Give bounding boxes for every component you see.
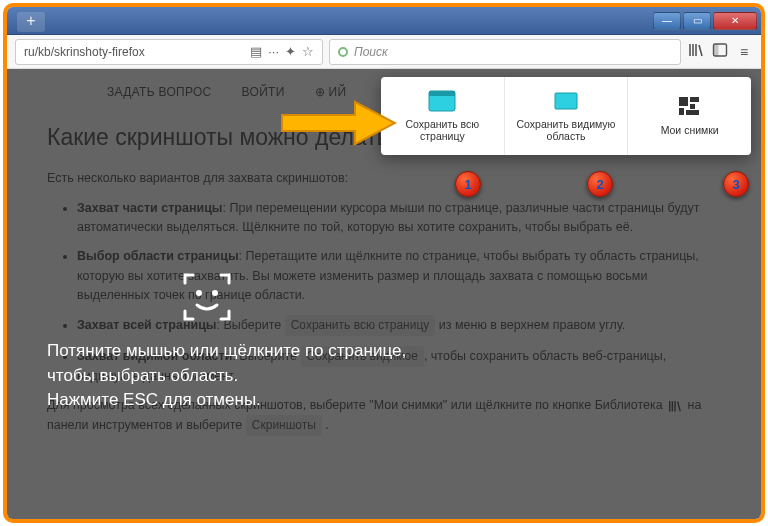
window-titlebar: + — ▭ ✕ [7,7,761,35]
minimize-button[interactable]: — [653,12,681,30]
url-input[interactable]: ru/kb/skrinshoty-firefox ▤ ··· ✦ ☆ [15,39,323,65]
selection-face-icon [177,267,237,327]
pocket-icon[interactable]: ✦ [285,44,296,59]
reader-icon[interactable]: ▤ [250,44,262,59]
full-page-icon [428,90,456,112]
svg-rect-9 [690,104,695,109]
search-placeholder: Поиск [354,45,388,59]
url-toolbar: ru/kb/skrinshoty-firefox ▤ ··· ✦ ☆ Поиск… [7,35,761,69]
save-visible-button[interactable]: Сохранить видимую область [505,77,629,155]
my-shots-icon [676,96,704,118]
annotation-badge-2: 2 [587,171,613,197]
svg-rect-6 [555,93,577,109]
visible-area-icon [552,90,580,112]
svg-point-2 [196,290,202,296]
maximize-button[interactable]: ▭ [683,12,711,30]
svg-rect-8 [690,97,699,102]
menu-icon[interactable]: ≡ [735,44,753,60]
search-input[interactable]: Поиск [329,39,681,65]
svg-rect-1 [714,44,719,56]
close-button[interactable]: ✕ [713,12,757,30]
list-item: Выбор области страницы: Перетащите или щ… [77,247,721,305]
my-shots-button[interactable]: Мои снимки [628,77,751,155]
annotation-badge-3: 3 [723,171,749,197]
svg-rect-7 [679,97,688,106]
svg-rect-10 [679,108,684,115]
library-icon[interactable] [687,42,705,61]
page-actions-icon[interactable]: ··· [268,44,279,59]
svg-rect-11 [686,110,699,115]
screenshot-popover: Сохранить всю страницу Сохранить видимую… [381,77,751,155]
url-text: ru/kb/skrinshoty-firefox [24,45,244,59]
svg-rect-5 [429,91,455,96]
nav-ask-link[interactable]: ЗАДАТЬ ВОПРОС [107,83,212,102]
annotation-arrow-icon [277,97,397,149]
overlay-instructions: Потяните мышью или щёлкните по странице,… [47,339,407,413]
intro-text: Есть несколько вариантов для захвата скр… [47,169,721,188]
annotation-badge-1: 1 [455,171,481,197]
svg-point-3 [212,290,218,296]
new-tab-button[interactable]: + [17,12,45,32]
bookmark-star-icon[interactable]: ☆ [302,44,314,59]
save-full-page-button[interactable]: Сохранить всю страницу [381,77,505,155]
sidebar-icon[interactable] [711,42,729,61]
list-item: Захват части страницы: При перемещении к… [77,199,721,238]
search-lens-icon [338,47,348,57]
list-item: Захват всей страницы: Выберите Сохранить… [77,315,721,336]
library-inline-icon [668,400,682,412]
